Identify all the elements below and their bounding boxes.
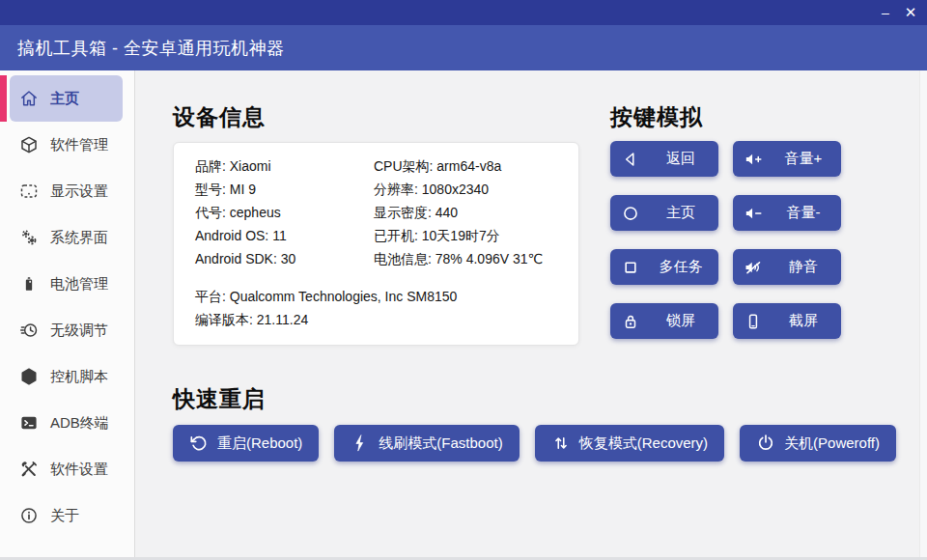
multitask-icon [621,258,640,277]
device-info-field: 代号: cepheus [195,201,374,224]
mute-icon [744,258,763,277]
device-info-field: CPU架构: arm64-v8a [374,154,563,178]
sidebar-item-about[interactable]: 关于 [10,492,123,539]
quick-reboot-heading: 快速重启 [173,384,896,414]
multitask-key-button[interactable]: 多任务 [610,249,718,285]
screenshot-icon [744,312,763,331]
lock-icon [621,312,640,331]
sidebar-item-label: 软件管理 [50,136,108,154]
minimize-button[interactable]: – [873,0,898,25]
volume-up-key-button[interactable]: 音量+ [733,141,841,177]
device-info-footer: 平台: Qualcomm Technologies, Inc SM8150编译版… [195,285,563,331]
key-button-label: 锁屏 [666,312,695,330]
tools-icon [19,460,39,479]
gears-icon [19,228,39,247]
sidebar-item-label: 电池管理 [50,275,108,294]
main-content: 设备信息 品牌: XiaomiCPU架构: arm64-v8a型号: MI 9分… [135,70,927,557]
sidebar-item-stepless-adjust[interactable]: 无级调节 [10,307,123,353]
sidebar-item-label: 软件设置 [50,461,108,479]
key-button-label: 主页 [666,204,695,222]
device-info-section: 设备信息 品牌: XiaomiCPU架构: arm64-v8a型号: MI 9分… [173,102,579,346]
volume-plus-icon [744,150,763,169]
device-info-field: Android OS: 11 [195,224,374,247]
device-info-field: 分辨率: 1080x2340 [374,178,563,201]
sidebar-item-label: 关于 [50,507,79,525]
key-button-label: 多任务 [660,258,703,276]
app-window: – ✕ 搞机工具箱 - 全安卓通用玩机神器 主页软件管理显示设置系统界面电池管理… [0,0,927,560]
sidebar-item-app-settings[interactable]: 软件设置 [10,446,123,492]
device-info-field: 已开机: 10天19时7分 [374,224,563,247]
sidebar-item-battery[interactable]: 电池管理 [10,261,123,307]
key-simulation-heading: 按键模拟 [610,102,841,132]
recovery-icon [551,434,571,453]
quick-reboot-row: 重启(Reboot)线刷模式(Fastboot)恢复模式(Recovery)关机… [173,425,896,462]
key-button-label: 返回 [666,150,695,168]
window-body: 主页软件管理显示设置系统界面电池管理无级调节控机脚本ADB终端软件设置关于 设备… [0,70,927,557]
recovery-button[interactable]: 恢复模式(Recovery) [535,425,724,462]
app-header: 搞机工具箱 - 全安卓通用玩机神器 [0,25,927,70]
screenshot-key-button[interactable]: 截屏 [733,303,841,339]
device-info-field: 型号: MI 9 [195,178,374,201]
back-key-button[interactable]: 返回 [610,141,718,177]
sidebar-item-label: 显示设置 [50,182,108,201]
sidebar-item-display-settings[interactable]: 显示设置 [10,168,123,214]
device-info-card: 品牌: XiaomiCPU架构: arm64-v8a型号: MI 9分辨率: 1… [173,142,579,346]
sidebar-item-label: ADB终端 [50,414,109,433]
back-icon [621,150,640,169]
sidebar-item-label: 主页 [50,90,79,108]
volume-minus-icon [744,204,763,223]
sidebar-item-label: 系统界面 [50,229,108,247]
sidebar-item-label: 无级调节 [50,322,108,340]
sidebar-item-label: 控机脚本 [50,368,108,386]
fastboot-icon [351,434,370,453]
reboot-button-label: 线刷模式(Fastboot) [379,434,502,453]
display-icon [19,182,39,201]
sidebar-item-app-management[interactable]: 软件管理 [10,122,123,168]
terminal-icon [19,413,39,433]
key-simulation-grid: 返回音量+主页音量-多任务静音锁屏截屏 [610,141,841,339]
battery-icon [19,274,39,294]
reboot-button[interactable]: 重启(Reboot) [173,425,319,462]
app-title: 搞机工具箱 - 全安卓通用玩机神器 [17,37,285,60]
sidebar-item-control-script[interactable]: 控机脚本 [10,353,123,400]
active-accent-bar [0,75,7,122]
sidebar: 主页软件管理显示设置系统界面电池管理无级调节控机脚本ADB终端软件设置关于 [0,70,135,557]
fastboot-button[interactable]: 线刷模式(Fastboot) [334,425,519,462]
key-simulation-section: 按键模拟 返回音量+主页音量-多任务静音锁屏截屏 [610,102,841,339]
device-info-field: 编译版本: 21.11.24 [195,308,563,331]
package-icon [19,135,39,154]
key-button-label: 静音 [789,258,818,276]
reboot-button-label: 关机(Poweroff) [784,434,880,453]
key-button-label: 音量- [787,204,821,222]
sidebar-item-home[interactable]: 主页 [10,75,123,122]
poweroff-button[interactable]: 关机(Poweroff) [740,425,896,462]
quick-reboot-section: 快速重启 重启(Reboot)线刷模式(Fastboot)恢复模式(Recove… [173,384,896,462]
info-icon [19,506,39,525]
home-circle-icon [621,204,640,223]
key-button-label: 音量+ [785,150,823,168]
device-info-grid: 品牌: XiaomiCPU架构: arm64-v8a型号: MI 9分辨率: 1… [195,154,563,270]
home-key-button[interactable]: 主页 [610,195,718,231]
lock-screen-key-button[interactable]: 锁屏 [610,303,718,339]
device-info-field: 电池信息: 78% 4.096V 31℃ [374,247,563,270]
poweroff-icon [756,434,775,453]
reboot-button-label: 恢复模式(Recovery) [579,434,708,453]
home-icon [19,89,39,108]
hexagon-icon [19,367,39,386]
key-button-label: 截屏 [789,312,818,330]
sidebar-item-adb-terminal[interactable]: ADB终端 [10,400,123,446]
close-button[interactable]: ✕ [898,0,923,25]
tuner-icon [19,321,39,340]
reboot-icon [189,434,209,453]
window-titlebar[interactable]: – ✕ [0,0,927,25]
mute-key-button[interactable]: 静音 [733,249,841,285]
device-info-field: 品牌: Xiaomi [195,154,374,178]
device-info-field: 平台: Qualcomm Technologies, Inc SM8150 [195,285,563,308]
scrollbar-track[interactable] [919,70,927,557]
reboot-button-label: 重启(Reboot) [217,434,302,453]
volume-down-key-button[interactable]: 音量- [733,195,841,231]
device-info-heading: 设备信息 [173,102,579,132]
device-info-field: 显示密度: 440 [374,201,563,224]
sidebar-item-system-ui[interactable]: 系统界面 [10,214,123,261]
device-info-field: Android SDK: 30 [195,247,374,270]
